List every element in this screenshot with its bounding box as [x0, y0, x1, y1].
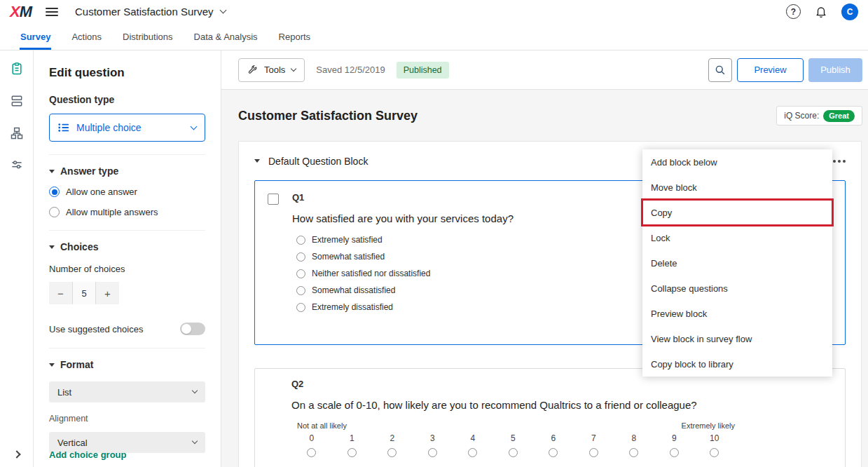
panel-title: Edit question — [49, 66, 205, 80]
top-bar: XM Customer Satisfaction Survey ? C — [0, 0, 868, 23]
chevron-down-icon — [219, 7, 226, 14]
radio-unselected-icon — [296, 303, 305, 312]
menu-item-collapse-questions[interactable]: Collapse questions — [642, 276, 832, 301]
tab-reports[interactable]: Reports — [268, 23, 322, 50]
menu-item-delete[interactable]: Delete — [642, 250, 832, 276]
radio-unselected-icon[interactable] — [670, 448, 679, 457]
format-dropdown[interactable]: List — [49, 381, 205, 402]
tools-label: Tools — [264, 65, 285, 75]
scale-number: 6 — [551, 433, 556, 443]
radio-unselected-icon[interactable] — [549, 448, 558, 457]
increase-choices-button[interactable]: + — [96, 282, 119, 304]
alignment-label: Alignment — [49, 414, 205, 424]
q1-choice-label: Extremely dissatisfied — [312, 302, 393, 312]
number-of-choices-label: Number of choices — [49, 264, 205, 274]
choices-label: Choices — [60, 241, 98, 252]
scale-number: 5 — [511, 433, 516, 443]
radio-unselected-icon[interactable] — [387, 448, 397, 457]
saved-status-text: Saved 12/5/2019 — [316, 65, 385, 75]
q1-choice-label: Extremely satisfied — [312, 235, 383, 245]
choices-header[interactable]: Choices — [49, 241, 205, 252]
tab-actions[interactable]: Actions — [61, 23, 112, 50]
decrease-choices-button[interactable]: − — [49, 282, 72, 304]
block-options-icon[interactable] — [830, 154, 848, 168]
collapse-block-caret-icon[interactable] — [254, 159, 260, 163]
radio-unselected-icon[interactable] — [629, 448, 638, 457]
radio-unselected-icon — [296, 252, 305, 262]
scale-number: 3 — [430, 433, 435, 443]
avatar[interactable]: C — [841, 4, 858, 20]
q2-id[interactable]: Q2 — [291, 379, 845, 389]
notifications-bell-icon[interactable] — [815, 6, 827, 18]
search-button[interactable] — [708, 58, 732, 82]
published-badge: Published — [397, 62, 449, 79]
q2-scale-radios — [291, 448, 735, 457]
help-icon[interactable]: ? — [786, 4, 801, 19]
suggested-choices-label: Use suggested choices — [49, 324, 143, 334]
tab-data-analysis[interactable]: Data & Analysis — [184, 23, 268, 50]
answer-type-label: Answer type — [60, 165, 118, 177]
radio-unselected-icon[interactable] — [347, 448, 357, 457]
logo-m: M — [20, 3, 32, 20]
allow-one-answer-label: Allow one answer — [66, 187, 137, 197]
q2-scale-numbers: 0 1 2 3 4 5 6 7 8 9 10 — [291, 433, 735, 443]
alignment-value: Vertical — [57, 438, 88, 448]
menu-item-lock[interactable]: Lock — [642, 225, 832, 250]
publish-button[interactable]: Publish — [808, 58, 862, 82]
answer-type-section: Answer type Allow one answer Allow multi… — [49, 154, 205, 217]
scale-number: 9 — [672, 433, 677, 443]
radio-unselected-icon[interactable] — [589, 448, 598, 457]
format-label: Format — [60, 359, 93, 370]
chevron-down-icon — [291, 65, 296, 71]
menu-item-copy[interactable]: Copy — [642, 200, 832, 225]
choice-count-value[interactable]: 5 — [72, 282, 96, 304]
expand-rail-button[interactable] — [0, 452, 34, 457]
menu-item-add-block-below[interactable]: Add block below — [642, 149, 832, 175]
survey-options-icon[interactable] — [10, 158, 24, 172]
scale-number: 2 — [390, 433, 394, 443]
blocks-icon[interactable] — [10, 94, 24, 108]
survey-flow-icon[interactable] — [10, 126, 24, 140]
q1-select-checkbox[interactable] — [268, 194, 279, 205]
radio-unselected-icon[interactable] — [428, 448, 437, 457]
radio-unselected-icon[interactable] — [468, 448, 477, 457]
xm-logo[interactable]: XM — [10, 3, 32, 21]
wrench-icon — [247, 65, 258, 75]
radio-unselected-icon[interactable] — [710, 448, 719, 457]
radio-unselected-icon[interactable] — [307, 448, 316, 457]
radio-unselected-icon[interactable] — [509, 448, 518, 457]
format-value: List — [57, 387, 71, 398]
answer-type-header[interactable]: Answer type — [49, 165, 205, 177]
question-type-dropdown[interactable]: Multiple choice — [49, 114, 205, 142]
tools-button[interactable]: Tools — [238, 58, 305, 82]
tab-distributions[interactable]: Distributions — [112, 23, 184, 50]
block-title: Default Question Block — [268, 156, 368, 167]
tab-survey[interactable]: Survey — [10, 23, 61, 50]
chevron-right-icon — [13, 450, 20, 458]
add-choice-group-link[interactable]: Add choice group — [49, 449, 127, 460]
chevron-down-icon — [192, 438, 198, 444]
suggested-choices-toggle[interactable] — [180, 323, 205, 335]
preview-button[interactable]: Preview — [737, 58, 804, 82]
iq-score-badge[interactable]: iQ Score: Great — [776, 106, 862, 126]
allow-multiple-answers-option[interactable]: Allow multiple answers — [49, 207, 205, 217]
menu-item-preview-block[interactable]: Preview block — [642, 301, 832, 326]
question-card-q2[interactable]: Q2 On a scale of 0-10, how likely are yo… — [254, 368, 846, 467]
q2-question-text[interactable]: On a scale of 0-10, how likely are you t… — [291, 399, 845, 411]
survey-title-menu[interactable]: Customer Satisfaction Survey — [75, 6, 226, 18]
question-type-label: Question type — [49, 94, 205, 105]
top-actions: ? C — [786, 4, 858, 20]
hamburger-menu-icon[interactable] — [46, 8, 58, 16]
logo-x: X — [10, 3, 20, 20]
allow-one-answer-option[interactable]: Allow one answer — [49, 187, 205, 197]
format-header[interactable]: Format — [49, 359, 205, 370]
format-section: Format List Alignment Vertical — [49, 348, 205, 453]
caret-down-icon — [49, 363, 55, 367]
menu-item-move-block[interactable]: Move block — [642, 175, 832, 200]
caret-down-icon — [49, 245, 55, 249]
survey-builder-icon[interactable] — [10, 62, 24, 76]
menu-item-copy-block-to-library[interactable]: Copy block to library — [642, 351, 832, 377]
menu-item-view-block-in-survey-flow[interactable]: View block in survey flow — [642, 326, 832, 351]
q2-right-anchor-label: Extremely likely — [682, 421, 735, 430]
q1-choice-label: Somewhat satisfied — [312, 252, 385, 262]
